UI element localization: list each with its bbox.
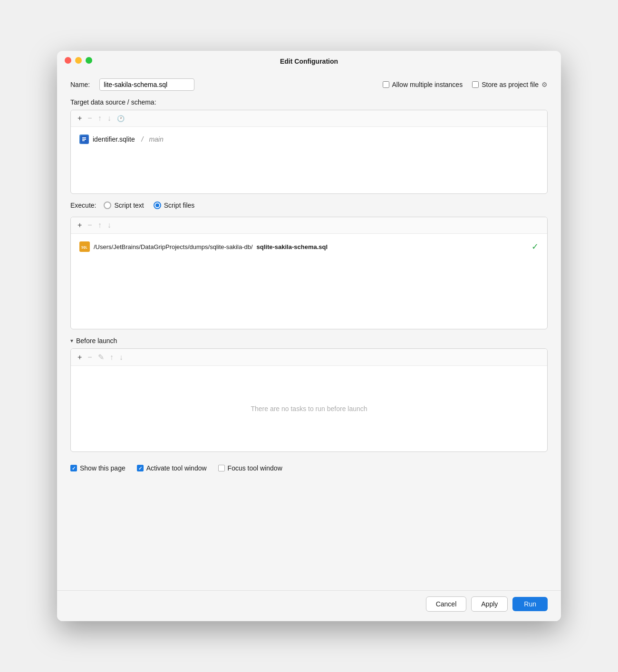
before-launch-panel: + − ✎ ↑ ↓ There are no tasks to run befo…: [70, 348, 548, 452]
allow-multiple-label[interactable]: Allow multiple instances: [392, 81, 463, 88]
remove-script-button[interactable]: −: [86, 220, 94, 230]
show-page-item: Show this page: [70, 464, 126, 472]
datasource-separator: /: [140, 135, 145, 143]
close-button[interactable]: [65, 57, 71, 64]
add-task-button[interactable]: +: [76, 352, 84, 363]
focus-tool-checkbox[interactable]: [218, 465, 225, 471]
dialog-title: Edit Configuration: [280, 58, 338, 65]
name-label: Name:: [70, 81, 90, 88]
add-script-button[interactable]: +: [76, 220, 84, 230]
before-launch-section: ▾ Before launch + − ✎ ↑ ↓ There are no t…: [70, 337, 548, 452]
script-files-label[interactable]: Script files: [164, 202, 195, 209]
chevron-down-icon: ▾: [70, 337, 73, 344]
name-row: Name: Allow multiple instances Store as …: [70, 78, 548, 91]
before-launch-header[interactable]: ▾ Before launch: [70, 337, 548, 345]
activate-tool-label[interactable]: Activate tool window: [146, 464, 207, 472]
script-text-option[interactable]: Script text: [104, 202, 144, 209]
run-button[interactable]: Run: [512, 597, 548, 611]
target-datasource-section: Target data source / schema: + − ↑ ↓ 🕐: [70, 98, 548, 194]
show-page-label[interactable]: Show this page: [80, 464, 126, 472]
allow-multiple-group: Allow multiple instances: [383, 81, 463, 88]
bottom-checkboxes: Show this page Activate tool window Focu…: [70, 460, 548, 475]
no-tasks-message: There are no tasks to run before launch: [71, 366, 547, 451]
edit-task-button[interactable]: ✎: [96, 352, 106, 363]
datasource-name: identifier.sqlite: [93, 135, 135, 143]
script-text-radio[interactable]: [104, 202, 111, 209]
store-project-label[interactable]: Store as project file: [482, 81, 539, 88]
clock-button[interactable]: 🕐: [115, 114, 126, 123]
window-controls: [65, 57, 92, 64]
store-project-checkbox[interactable]: [472, 81, 479, 88]
gear-icon[interactable]: ⚙: [541, 81, 548, 88]
store-project-group: Store as project file ⚙: [472, 81, 548, 88]
valid-check-icon: ✓: [531, 241, 539, 252]
move-down-datasource-button[interactable]: ↓: [106, 113, 113, 124]
target-datasource-panel: + − ↑ ↓ 🕐 identifier.sqlite: [70, 110, 548, 194]
add-datasource-button[interactable]: +: [76, 113, 84, 124]
script-files-toolbar: + − ↑ ↓: [71, 217, 547, 234]
apply-button[interactable]: Apply: [471, 596, 508, 612]
script-path-prefix: /Users/JetBrains/DataGripProjects/dumps/…: [94, 243, 253, 250]
move-up-script-button[interactable]: ↑: [96, 220, 104, 230]
sql-file-icon: SQL: [79, 241, 90, 252]
execute-label: Execute:: [70, 202, 96, 209]
target-datasource-label: Target data source / schema:: [70, 98, 548, 106]
name-input[interactable]: [99, 78, 194, 91]
maximize-button[interactable]: [86, 57, 92, 64]
script-files-option[interactable]: Script files: [154, 202, 195, 209]
activate-tool-item: Activate tool window: [137, 464, 207, 472]
target-datasource-toolbar: + − ↑ ↓ 🕐: [71, 110, 547, 127]
before-launch-toolbar: + − ✎ ↑ ↓: [71, 349, 547, 366]
edit-configuration-dialog: Edit Configuration Name: Allow multiple …: [57, 51, 561, 621]
script-files-content: SQL /Users/JetBrains/DataGripProjects/du…: [71, 234, 547, 329]
script-path-bold: sqlite-sakila-schema.sql: [257, 243, 328, 250]
move-down-task-button[interactable]: ↓: [117, 352, 125, 363]
script-file-item[interactable]: SQL /Users/JetBrains/DataGripProjects/du…: [77, 239, 541, 255]
minimize-button[interactable]: [75, 57, 82, 64]
datasource-schema: main: [149, 135, 163, 143]
execute-radio-group: Script text Script files: [104, 202, 194, 209]
move-up-datasource-button[interactable]: ↑: [96, 113, 104, 124]
datasource-item[interactable]: identifier.sqlite / main: [77, 132, 541, 147]
script-files-radio[interactable]: [154, 202, 161, 209]
allow-multiple-checkbox[interactable]: [383, 81, 389, 88]
focus-tool-item: Focus tool window: [218, 464, 282, 472]
execute-row: Execute: Script text Script files: [70, 202, 548, 209]
title-bar: Edit Configuration: [57, 51, 561, 70]
before-launch-label: Before launch: [76, 337, 117, 345]
target-datasource-content: identifier.sqlite / main: [71, 127, 547, 193]
show-page-checkbox[interactable]: [70, 465, 77, 471]
svg-text:SQL: SQL: [81, 246, 87, 250]
cancel-button[interactable]: Cancel: [426, 596, 467, 612]
move-down-script-button[interactable]: ↓: [106, 220, 113, 230]
move-up-task-button[interactable]: ↑: [108, 352, 116, 363]
dialog-buttons: Cancel Apply Run: [57, 590, 561, 621]
script-text-label[interactable]: Script text: [114, 202, 144, 209]
focus-tool-label[interactable]: Focus tool window: [228, 464, 282, 472]
dialog-content: Name: Allow multiple instances Store as …: [57, 70, 561, 590]
sqlite-icon: [79, 134, 89, 144]
activate-tool-checkbox[interactable]: [137, 465, 144, 471]
script-files-panel: + − ↑ ↓ SQL /Users/JetBrains/DataGripPro…: [70, 217, 548, 329]
remove-task-button[interactable]: −: [86, 352, 94, 363]
remove-datasource-button[interactable]: −: [86, 113, 94, 124]
